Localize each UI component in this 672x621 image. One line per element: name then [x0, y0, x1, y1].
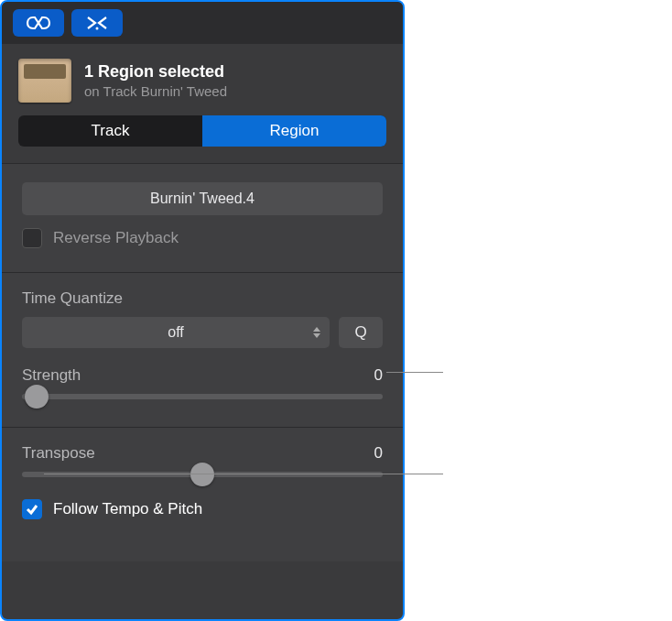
divider — [2, 272, 403, 273]
header-text: 1 Region selected on Track Burnin' Tweed — [84, 62, 386, 99]
strength-label: Strength — [22, 366, 81, 385]
transpose-label: Transpose — [22, 444, 95, 463]
chevron-updown-icon — [313, 327, 320, 338]
quantize-value: off — [168, 324, 184, 341]
strength-section: Strength 0 — [22, 366, 383, 399]
region-name-field[interactable]: Burnin' Tweed.4 — [22, 182, 383, 215]
selection-subtitle: on Track Burnin' Tweed — [84, 83, 386, 99]
transpose-slider-thumb[interactable] — [190, 463, 214, 486]
transpose-value: 0 — [374, 444, 383, 463]
inspector-body: Burnin' Tweed.4 Reverse Playback Time Qu… — [2, 163, 403, 561]
tab-segmented-control: Track Region — [18, 115, 386, 147]
follow-tempo-checkbox[interactable] — [22, 499, 42, 519]
quantize-button[interactable]: Q — [339, 317, 383, 348]
strength-slider-thumb[interactable] — [25, 385, 49, 409]
reverse-playback-row: Reverse Playback — [22, 228, 383, 248]
collapse-tool-button[interactable] — [71, 9, 123, 37]
time-quantize-label: Time Quantize — [22, 289, 383, 308]
loop-tool-button[interactable] — [13, 9, 64, 37]
reverse-playback-label: Reverse Playback — [53, 229, 179, 247]
loop-icon — [26, 16, 51, 30]
transpose-slider[interactable] — [22, 472, 383, 477]
tab-track[interactable]: Track — [18, 115, 202, 147]
tab-region[interactable]: Region — [202, 115, 386, 147]
follow-tempo-row: Follow Tempo & Pitch — [22, 499, 383, 519]
reverse-playback-checkbox[interactable] — [22, 228, 42, 248]
collapse-icon — [84, 16, 110, 30]
divider — [2, 427, 403, 428]
transpose-section: Transpose 0 — [22, 444, 383, 477]
follow-tempo-label: Follow Tempo & Pitch — [53, 500, 202, 518]
selection-title: 1 Region selected — [84, 62, 386, 82]
toolbar — [2, 2, 403, 44]
quantize-row: off Q — [22, 317, 383, 348]
strength-value: 0 — [374, 366, 383, 385]
quantize-dropdown[interactable]: off — [22, 317, 330, 348]
track-thumbnail — [18, 59, 71, 103]
strength-slider[interactable] — [22, 394, 383, 399]
svg-point-0 — [96, 27, 99, 30]
callout-line — [386, 372, 443, 373]
inspector-panel: 1 Region selected on Track Burnin' Tweed… — [0, 0, 405, 621]
region-header: 1 Region selected on Track Burnin' Tweed — [2, 44, 403, 115]
callout-line — [44, 474, 443, 474]
